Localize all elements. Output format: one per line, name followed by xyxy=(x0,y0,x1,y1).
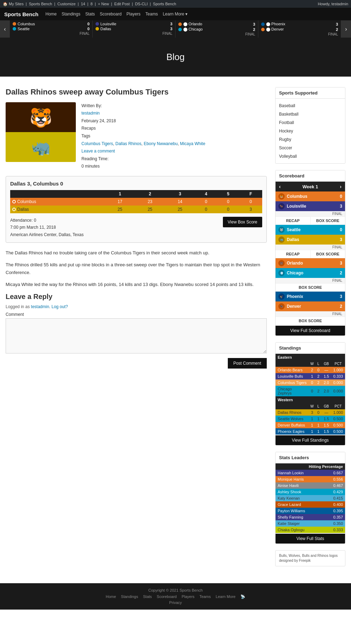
tag-micaya[interactable]: Micaya White xyxy=(180,141,205,146)
view-full-standings-btn[interactable]: View Full Standings xyxy=(276,435,345,445)
logged-in-link[interactable]: testadmin xyxy=(31,304,49,309)
footer-standings[interactable]: Standings xyxy=(121,594,138,599)
nav-scoreboard[interactable]: Scoreboard xyxy=(100,12,121,17)
nav-standings[interactable]: Standings xyxy=(62,12,80,17)
week-label: Week 1 xyxy=(303,184,318,189)
denver-pct: 0.500 xyxy=(331,422,345,428)
team-orlando-bears: Orlando Bears xyxy=(276,367,309,373)
col-dallas-4: 0 xyxy=(195,206,217,213)
ticker-game-3: ⬤ Orlando 3 ⬤ Chicago 2 FINAL xyxy=(176,20,258,38)
nav-players[interactable]: Players xyxy=(126,12,140,17)
standings-box: Standings Eastern W L GB PCT Orlando Bea… xyxy=(275,342,345,445)
col-dallas-3: 25 xyxy=(165,206,195,213)
sb-actions-1: RECAP BOX SCORE xyxy=(276,216,345,225)
logout-link[interactable]: Log out? xyxy=(52,304,68,309)
col-4: 4 xyxy=(195,190,217,198)
nav-teams[interactable]: Teams xyxy=(145,12,158,17)
sb-name-phoenix: Phoenix xyxy=(287,294,340,299)
nav-home[interactable]: Home xyxy=(46,12,57,17)
denver-gb: 1.5 xyxy=(322,422,331,428)
sb-boxscore-btn-1[interactable]: BOX SCORE xyxy=(311,217,345,225)
scoreboard-title: Scoreboard xyxy=(276,170,345,182)
ticker-games: Columbus 0 Seattle 0 FINAL Louisville 3 … xyxy=(10,20,341,38)
view-full-scoreboard-btn[interactable]: View Full Scoreboard xyxy=(276,326,345,336)
sb-icon-denver: 🦬 xyxy=(278,303,285,310)
blog-title: Blog xyxy=(7,52,344,63)
sport-football: Football xyxy=(279,118,342,127)
view-box-score-button[interactable]: View Box Score xyxy=(223,217,263,227)
footer: Copyright © 2021 Sports Bench Home Stand… xyxy=(0,583,351,610)
sport-soccer: Soccer xyxy=(279,144,342,152)
sidebar: Sports Supported Baseball Basketball Foo… xyxy=(275,87,345,573)
nav-learn-more[interactable]: Learn More ▾ xyxy=(163,12,188,17)
attendance: Attendance: 0 xyxy=(10,217,84,224)
chicago-l: 2 xyxy=(315,386,322,396)
ticker-team-denver: ⬤ Denver xyxy=(266,27,335,32)
week-prev-arrow[interactable]: ‹ xyxy=(279,184,281,189)
stats-row-5: Grace Lazard 0.400 xyxy=(276,501,345,508)
venue: American Airlines Center, Dallas, Texas xyxy=(10,231,84,238)
ticker-next[interactable]: › xyxy=(341,20,351,38)
col-team-w xyxy=(276,403,309,409)
footer-scoreboard[interactable]: Scoreboard xyxy=(157,594,177,599)
footer-stats[interactable]: Stats xyxy=(143,594,152,599)
stats-row-2: Ainise Havili 0.467 xyxy=(276,482,345,489)
sb-recap-btn-2[interactable]: RECAP xyxy=(276,250,311,258)
box-score-wrap: Dallas 3, Columbus 0 1 2 3 4 5 F xyxy=(6,176,267,243)
article-header-block: 🐯 🦏 Written By: testadmin February 24, 2… xyxy=(6,102,267,170)
ticker-prev[interactable]: ‹ xyxy=(0,20,10,38)
stats-name-6: Payton Williams xyxy=(276,508,324,514)
stats-name-5: Grace Lazard xyxy=(276,501,324,508)
team-dot-columbus xyxy=(13,22,16,26)
stats-val-7: 0.357 xyxy=(324,514,345,520)
comment-textarea[interactable] xyxy=(6,318,267,353)
louisville-w: 1 xyxy=(309,373,315,379)
post-comment-button[interactable]: Post Comment xyxy=(228,358,267,369)
stats-row-8: Katie Staiger 0.350 xyxy=(276,520,345,527)
tag-dallas[interactable]: Dallas Rhinos xyxy=(115,141,141,146)
col-w-e: W xyxy=(309,361,315,367)
team-louisville-bulls: Louisville Bulls xyxy=(276,373,309,379)
team-dot-dallas xyxy=(95,27,99,31)
stats-row-9: Chiaka Ogbogu 0.333 xyxy=(276,527,345,533)
stats-leaders-title: Stats Leaders xyxy=(276,452,345,463)
sb-score-chicago: 2 xyxy=(340,271,342,275)
article-date: February 24, 2018 xyxy=(81,117,205,125)
main-nav: Home Standings Stats Scoreboard Players … xyxy=(46,12,188,17)
tag-ebony[interactable]: Ebony Nwwanebu xyxy=(144,141,178,146)
article-category: Recaps xyxy=(81,125,205,132)
sb-row-phoenix: 🦅 Phoenix 3 xyxy=(276,292,345,301)
sport-rugby: Rugby xyxy=(279,135,342,144)
footer-teams[interactable]: Teams xyxy=(199,594,211,599)
sb-icon-louisville: 🐂 xyxy=(278,203,285,209)
view-full-stats-btn[interactable]: View Full Stats xyxy=(276,534,345,544)
col-dallas-2: 25 xyxy=(135,206,165,213)
content-wrap: Dallas Rhinos sweep away Columbus Tigers… xyxy=(0,87,351,573)
louisville-gb: 1.5 xyxy=(322,373,331,379)
footer-home[interactable]: Home xyxy=(106,594,116,599)
footer-players[interactable]: Players xyxy=(181,594,194,599)
site-brand[interactable]: Sports Bench xyxy=(4,11,39,17)
box-team-columbus: Columbus xyxy=(17,199,36,204)
footer-privacy-link[interactable]: Privacy xyxy=(169,600,182,605)
sb-boxscore-btn-3[interactable]: BOX SCORE xyxy=(276,284,345,291)
sb-row-louisville: 🐂 Louisville 3 xyxy=(276,201,345,211)
stats-val-6: 0.395 xyxy=(324,508,345,514)
leave-comment-link[interactable]: Leave a comment xyxy=(81,149,115,154)
standings-row-dallas: Dallas Rhinos 3 0 — 1.000 xyxy=(276,409,345,416)
nav-stats[interactable]: Stats xyxy=(85,12,95,17)
author-link[interactable]: testadmin xyxy=(81,111,100,116)
sports-supported-body: Baseball Basketball Football Hockey Rugb… xyxy=(276,99,345,163)
scoreboard-box: Scoreboard ‹ Week 1 › 🐯 Columbus 0 🐂 Lou… xyxy=(275,170,345,336)
standings-title: Standings xyxy=(276,343,345,354)
col-1: 1 xyxy=(105,190,135,198)
tag-columbus[interactable]: Columbus Tigers xyxy=(81,141,113,146)
team-denver-buffalos: Denver Buffalos xyxy=(276,422,309,428)
stats-name-8: Katie Staiger xyxy=(276,520,324,527)
sb-recap-btn-1[interactable]: RECAP xyxy=(276,217,311,225)
footer-learn-more[interactable]: Learn More xyxy=(216,594,236,599)
sb-boxscore-btn-4[interactable]: BOX SCORE xyxy=(276,317,345,325)
sb-actions-2: RECAP BOX SCORE xyxy=(276,250,345,258)
sb-boxscore-btn-2[interactable]: BOX SCORE xyxy=(311,250,345,258)
week-next-arrow[interactable]: › xyxy=(340,184,342,189)
